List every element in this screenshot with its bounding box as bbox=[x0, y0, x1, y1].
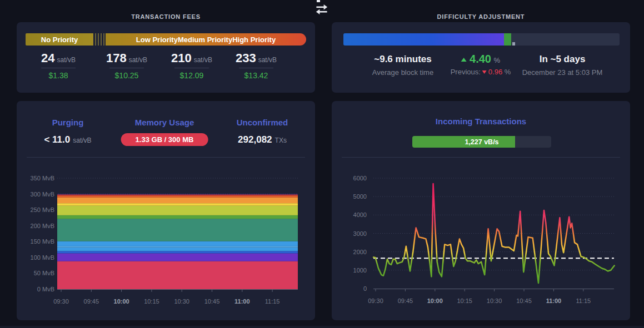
svg-text:11:15: 11:15 bbox=[265, 298, 280, 305]
incoming-rate-value: 1,227 vB/s bbox=[412, 136, 551, 148]
svg-text:6000: 6000 bbox=[353, 175, 367, 181]
svg-text:10:15: 10:15 bbox=[144, 298, 159, 305]
svg-text:50 MvB: 50 MvB bbox=[34, 270, 54, 276]
svg-text:350 MvB: 350 MvB bbox=[31, 175, 54, 181]
fee-divider bbox=[174, 68, 209, 68]
previous-prefix: Previous: bbox=[451, 68, 481, 76]
change-unit: % bbox=[493, 56, 500, 64]
difficulty-change: 4.40 % Previous:0.96 % bbox=[451, 53, 511, 76]
fee-usd: $1.38 bbox=[41, 71, 76, 80]
purging-value: < 11.0 bbox=[44, 134, 70, 145]
fee-divider bbox=[109, 68, 144, 68]
divider bbox=[27, 157, 305, 158]
svg-text:150 MvB: 150 MvB bbox=[31, 238, 54, 245]
swap-panels-icon[interactable] bbox=[313, 3, 331, 16]
svg-text:10:30: 10:30 bbox=[174, 298, 189, 305]
fee-no-priority: 24sat/vB $1.38 bbox=[41, 51, 76, 80]
fee-medium-priority: 210sat/vB $12.09 bbox=[171, 51, 212, 80]
svg-text:11:15: 11:15 bbox=[576, 297, 591, 304]
fee-rate: 210 bbox=[171, 51, 192, 65]
svg-text:2000: 2000 bbox=[353, 249, 367, 255]
fee-divider bbox=[239, 68, 273, 68]
no-priority-label: No Priority bbox=[41, 36, 78, 44]
svg-text:09:30: 09:30 bbox=[53, 298, 69, 305]
fee-low-priority: 178sat/vB $10.25 bbox=[106, 51, 147, 80]
difficulty-progress-marker bbox=[512, 42, 515, 46]
purging-unit: sat/vB bbox=[73, 137, 91, 144]
medium-priority-label: Medium Priority bbox=[178, 36, 232, 44]
incoming-transactions-panel: Incoming Transactions 1,227 vB/s 0100020… bbox=[332, 101, 630, 320]
incoming-rate-bar: 1,227 vB/s bbox=[412, 136, 551, 148]
transaction-fees-title: TRANSACTION FEES bbox=[17, 13, 315, 20]
svg-text:11:00: 11:00 bbox=[234, 298, 250, 305]
svg-text:300 MvB: 300 MvB bbox=[31, 191, 54, 198]
svg-text:4000: 4000 bbox=[353, 211, 367, 218]
difficulty-adjustment-panel: ~9.6 minutes Average block time 4.40 % P… bbox=[332, 22, 630, 93]
estimate-date: December 23 at 5:03 PM bbox=[522, 68, 603, 77]
mempool-panel: Purging < 11.0sat/vB Memory Usage 1.33 G… bbox=[17, 101, 315, 320]
fee-rate: 233 bbox=[236, 51, 256, 65]
average-block-time: ~9.6 minutes Average block time bbox=[372, 53, 433, 77]
arrow-up-icon bbox=[461, 58, 467, 62]
fee-divider bbox=[41, 68, 76, 68]
fee-rate: 178 bbox=[106, 51, 127, 65]
difficulty-progress-fill bbox=[343, 33, 504, 46]
memory-usage-badge: 1.33 GB / 300 MB bbox=[121, 133, 208, 146]
purging-title: Purging bbox=[44, 118, 91, 127]
previous-value: 0.96 bbox=[488, 68, 502, 76]
previous-unit: % bbox=[505, 68, 511, 76]
difficulty-progress-bar bbox=[343, 33, 620, 46]
svg-text:10:30: 10:30 bbox=[487, 297, 502, 304]
svg-text:250 MvB: 250 MvB bbox=[31, 206, 54, 213]
svg-text:5000: 5000 bbox=[353, 193, 367, 200]
change-value: 4.40 bbox=[470, 53, 491, 65]
svg-text:10:15: 10:15 bbox=[457, 297, 472, 304]
divider bbox=[342, 157, 620, 158]
retarget-estimate: In ~5 days December 23 at 5:03 PM bbox=[522, 53, 603, 77]
svg-text:0: 0 bbox=[363, 285, 367, 292]
low-priority-label: Low Priority bbox=[136, 36, 178, 44]
arrow-down-icon bbox=[482, 70, 487, 74]
fee-usd: $13.42 bbox=[236, 71, 277, 80]
svg-text:1000: 1000 bbox=[353, 267, 367, 274]
fee-usd: $12.09 bbox=[171, 71, 212, 80]
unconfirmed-unit: TXs bbox=[275, 137, 287, 144]
svg-text:10:00: 10:00 bbox=[427, 297, 443, 304]
fee-rate: 24 bbox=[41, 51, 54, 65]
svg-text:10:00: 10:00 bbox=[114, 298, 129, 305]
block-time-value: ~9.6 minutes bbox=[372, 53, 433, 66]
unconfirmed-column: Unconfirmed 292,082TXs bbox=[237, 118, 288, 145]
fee-bar-divider-stripes bbox=[93, 33, 106, 46]
fee-unit: sat/vB bbox=[57, 56, 76, 64]
svg-text:09:45: 09:45 bbox=[84, 298, 99, 305]
svg-text:10:45: 10:45 bbox=[516, 297, 532, 304]
fee-priority-bar: No Priority Low Priority Medium Priority… bbox=[26, 33, 306, 46]
fee-high-priority: 233sat/vB $13.42 bbox=[236, 51, 277, 80]
fee-bar-gradient: Low Priority Medium Priority High Priori… bbox=[106, 33, 306, 46]
memory-usage-title: Memory Usage bbox=[121, 118, 208, 127]
svg-text:0 MvB: 0 MvB bbox=[37, 286, 54, 292]
incoming-transactions-title: Incoming Transactions bbox=[332, 117, 630, 126]
block-time-label: Average block time bbox=[372, 68, 433, 77]
fee-bar-no-priority: No Priority bbox=[26, 33, 93, 46]
fee-usd: $10.25 bbox=[106, 71, 147, 80]
incoming-transactions-chart: 010002000300040005000600009:3009:4510:00… bbox=[332, 165, 630, 312]
unconfirmed-value: 292,082 bbox=[238, 134, 272, 145]
high-priority-label: High Priority bbox=[232, 36, 276, 44]
previous-change: Previous:0.96 % bbox=[451, 68, 511, 76]
svg-text:3000: 3000 bbox=[353, 230, 367, 237]
mempool-size-chart: 0 MvB50 MvB100 MvB150 MvB200 MvB250 MvB3… bbox=[17, 165, 315, 312]
memory-usage-column: Memory Usage 1.33 GB / 300 MB bbox=[121, 118, 208, 146]
difficulty-progress-green-segment bbox=[504, 33, 511, 46]
fee-unit: sat/vB bbox=[258, 56, 277, 64]
svg-text:11:00: 11:00 bbox=[546, 297, 562, 304]
transaction-fees-panel: No Priority Low Priority Medium Priority… bbox=[17, 22, 315, 93]
estimate-value: In ~5 days bbox=[522, 53, 603, 66]
svg-text:10:45: 10:45 bbox=[204, 298, 220, 305]
top-notch bbox=[317, 0, 320, 2]
fee-unit: sat/vB bbox=[194, 56, 212, 64]
fee-unit: sat/vB bbox=[129, 56, 147, 64]
unconfirmed-title: Unconfirmed bbox=[237, 118, 288, 127]
footer-strip bbox=[0, 326, 644, 328]
svg-text:100 MvB: 100 MvB bbox=[31, 254, 54, 261]
